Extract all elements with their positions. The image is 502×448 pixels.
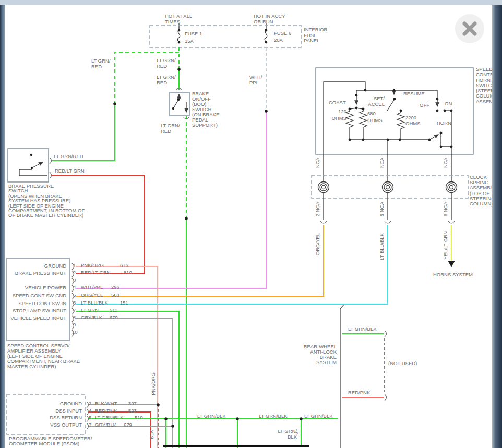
- servo-pin-8: 8: [73, 315, 76, 321]
- psom-circuit-7: 679: [124, 422, 132, 428]
- servo-wire-8: GRY/BLK: [81, 315, 102, 321]
- wire-yel-lt-grn: [448, 225, 455, 267]
- servo-wire-2: RED/LT GRN: [81, 270, 111, 276]
- psom-label: PROGRAMMABLE SPEEDOMETER/ ODOMETER MODUL…: [9, 436, 92, 446]
- boo-switch-box: [170, 88, 189, 119]
- servo-pin-3: 3: [73, 277, 76, 283]
- servo-circuit-6: 151: [120, 300, 128, 306]
- wiring-diagram-viewer: HOT AT ALL TIMES HOT IN ACCY OR RUN FUSE…: [0, 0, 502, 448]
- wire-label-lt-grn-blk-1: LT GRN/BLK: [197, 414, 226, 419]
- psom-wire-2: BLK/WHT: [95, 401, 117, 407]
- servo-wire-4: WHT/PPL: [81, 285, 103, 290]
- horns-system-label: HORNS SYSTEM: [433, 272, 473, 278]
- fuse1-symbol: [177, 30, 180, 42]
- servo-assembly-label: SPEED CONTROL SERVO/ AMPLIFIER ASSEMBLY …: [7, 343, 80, 369]
- servo-pin-2: 2: [73, 270, 76, 276]
- hot-at-all-times-label: HOT AT ALL TIMES: [165, 14, 192, 25]
- servo-pin-9: 9: [73, 322, 76, 328]
- window-top-edge: [0, 0, 502, 5]
- psom-input-ground: GROUND: [60, 401, 82, 407]
- resistor-120: [346, 109, 353, 140]
- wire-label-lt-grn-red-3: LT GRN/ RED: [157, 75, 176, 86]
- servo-input-sw-gnd: SPEED CONT SW GND: [13, 293, 66, 299]
- boo-switch-label: BRAKE ON/OFF (BOO) SWITCH (ON BRAKE PEDA…: [192, 91, 219, 128]
- fuse6-symbol: [265, 30, 267, 42]
- window-right-edge: [492, 5, 502, 448]
- servo-circuit-4: 296: [111, 285, 119, 290]
- servo-circuit-7: 511: [110, 308, 117, 313]
- wire-lt-grn-red: [52, 47, 186, 448]
- wire-label-lt-grn-blk-3: LT GRN/BLK: [304, 414, 333, 419]
- psom-input-vss-output: VSS OUTPUT: [50, 422, 82, 428]
- servo-input-stop-lamp: STOP LAMP SW INPUT: [13, 308, 66, 314]
- wire-label-nca-4: NCA: [315, 202, 320, 212]
- wire-label-nca-3: NCA: [443, 158, 448, 168]
- servo-pin-7: 7: [73, 308, 76, 313]
- wire-label-lt-blu-blk-v: LT BLU/BLK: [379, 233, 385, 260]
- not-used-label: (NOT USED): [388, 361, 417, 367]
- psom-pin-5: 5: [89, 415, 91, 421]
- servo-input-brake-press: BRAKE PRESS INPUT: [15, 271, 66, 276]
- on-label: ON: [445, 101, 452, 107]
- wire-label-lt-grn-red-4: LT GRN/ RED: [161, 123, 180, 134]
- wire-label-lt-grn-red-2: LT GRN/ RED: [157, 58, 176, 69]
- wire-label-pnk-org-v: PNK/ORG: [151, 372, 156, 395]
- rwal-label: REAR-WHEEL ANTI-LOCK BRAKE SYSTEM: [304, 344, 337, 365]
- servo-circuit-2: 810: [124, 270, 132, 276]
- hot-in-accy-label: HOT IN ACCY OR RUN: [254, 14, 285, 25]
- servo-pin-6: 6: [73, 300, 76, 306]
- resistor-680: [360, 109, 367, 140]
- resume-label: RESUME: [403, 91, 425, 97]
- wire-label-blk-v: BLK: [149, 430, 154, 439]
- close-button[interactable]: [455, 14, 484, 43]
- clock-spring-pin-2: 2: [315, 214, 320, 216]
- psom-wire-4: RED/PNK: [95, 408, 117, 414]
- servo-pin-5: 5: [73, 293, 76, 298]
- servo-circuit-5: 563: [111, 293, 119, 298]
- servo-input-vehicle-power: VEHICLE POWER: [25, 285, 66, 291]
- set-accel-label: SET/ ACCEL: [368, 96, 385, 107]
- abs-pin-2: 2: [295, 431, 298, 437]
- servo-input-vehicle-speed: VEHICLE SPEED INPUT: [10, 316, 66, 321]
- servo-pin-10: 10: [72, 330, 78, 335]
- window-left-edge: [0, 5, 5, 448]
- wire-label-lt-grn-blk-2: LT GRN/BLK: [259, 414, 288, 419]
- psom-pin-2: 2: [89, 401, 91, 407]
- servo-wire-5: ORG/YEL: [81, 293, 103, 298]
- r2200-label: 2200 OHMS: [405, 115, 421, 126]
- wire-label-yel-lt-grn-v: YEL/LT GRN: [443, 231, 448, 260]
- fuse6-label: FUSE 6 20A: [274, 30, 291, 43]
- resistor-2200: [397, 111, 404, 140]
- clock-spring-pin-6: 6: [443, 214, 448, 216]
- wire-label-lt-grn-red-1: LT GRN/ RED: [91, 58, 111, 69]
- wire-label-nca-6: NCA: [443, 202, 448, 212]
- wire-label-lt-grn-red-h: LT GRN/RED: [54, 154, 83, 160]
- servo-wire-7: LT GRN: [81, 308, 99, 313]
- wire-label-lt-grn-blk-v: LT GRN/ BLK: [275, 429, 297, 440]
- wire-label-nca-2: NCA: [379, 158, 385, 168]
- rwal-bracket: [340, 305, 344, 448]
- wire-label-red-lt-grn-h: RED/LT GRN: [55, 168, 85, 174]
- psom-wire-7: GRY/BLK: [95, 422, 116, 428]
- wire-label-lt-grn-blk-4: LT GRN/BLK: [348, 326, 377, 332]
- psom-pin-7: 7: [89, 422, 91, 428]
- r120-label: 120 OHMS: [329, 108, 346, 122]
- servo-input-ground: GROUND: [44, 263, 66, 269]
- servo-pin-4: 4: [73, 285, 76, 290]
- psom-input-dss-return: DSS RETURN: [50, 415, 82, 421]
- wire-label-nca-1: NCA: [315, 158, 320, 168]
- wire-label-wht-ppl: WHT/ PPL: [249, 75, 262, 86]
- horn-blade: [429, 135, 438, 140]
- servo-input-sw-in: SPEED CONT SW IN: [18, 301, 66, 307]
- brake-pressure-switch-label: BRAKE PRESSURE SWITCH (OPENS WHEN BRAKE …: [8, 184, 85, 218]
- fuse1-label: FUSE 1 15A: [185, 30, 202, 45]
- psom-pin-4: 4: [89, 408, 91, 414]
- clock-spring-pin-5: 5: [379, 214, 385, 216]
- r680-label: 680 OHMS: [367, 110, 383, 124]
- horn-label: HORN: [437, 120, 451, 126]
- psom-circuit-5: 519: [135, 415, 143, 421]
- servo-pin-1: 1: [73, 263, 76, 269]
- wire-label-org-yel-v: ORG/YEL: [315, 233, 320, 255]
- set-accel-blade: [387, 99, 395, 111]
- servo-wire-6: LT BLU/BLK: [81, 300, 108, 306]
